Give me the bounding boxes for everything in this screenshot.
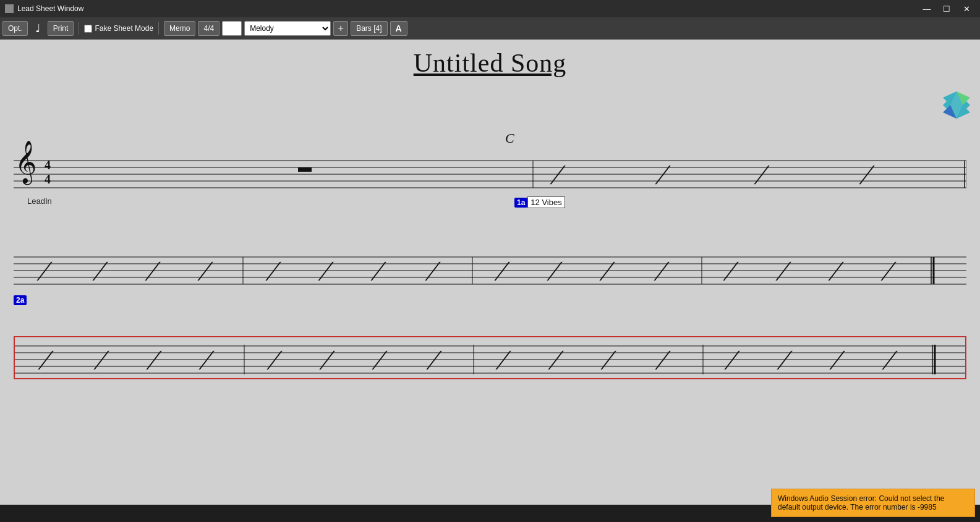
svg-text:╱: ╱ [655, 165, 671, 185]
toolbar-separator-1 [79, 22, 79, 35]
title-bar-title: Lead Sheet Window [17, 4, 83, 13]
title-bar: Lead Sheet Window — ☐ ✕ [0, 0, 980, 17]
staff-svg-row2: ╱ ╱ ╱ ╱ ╱ ╱ ╱ ╱ ╱ ╱ ╱ ╱ ╱ ╱ [14, 248, 966, 292]
svg-text:╱: ╱ [197, 261, 213, 281]
svg-text:╱: ╱ [754, 165, 770, 185]
time-sig-denominator: 4 [45, 172, 51, 187]
staff-row-1-container: 𝄞 4 4 [14, 152, 966, 195]
title-bar-controls: — ☐ ✕ [918, 0, 975, 17]
svg-text:╱: ╱ [495, 350, 511, 370]
font-button[interactable]: A [390, 21, 407, 36]
svg-text:╱: ╱ [775, 261, 791, 281]
leadin-label: LeadIn [27, 196, 52, 206]
svg-text:╱: ╱ [882, 350, 898, 370]
svg-text:╱: ╱ [600, 350, 616, 370]
measures-row-1: ╱ ╱ ╱ ╱ [63, 152, 966, 195]
time-sig-numerator: 4 [45, 158, 51, 172]
chord-symbol-c: C [505, 130, 514, 146]
svg-text:╱: ╱ [859, 165, 875, 185]
logo-icon [940, 89, 973, 121]
svg-text:╱: ╱ [654, 261, 670, 281]
svg-text:╱: ╱ [319, 350, 335, 370]
section-2a-badge[interactable]: 2a [14, 295, 27, 305]
track-select[interactable]: Melody [244, 21, 331, 36]
svg-text:╱: ╱ [723, 261, 739, 281]
section-1a-container: 1a 12 Vibes [514, 196, 565, 208]
error-popup: Windows Audio Session error: Could not s… [771, 489, 975, 517]
toolbar-separator-2 [158, 22, 159, 35]
music-area: C 𝄞 [0, 152, 980, 379]
svg-text:╱: ╱ [547, 261, 563, 281]
main-content: Untitled Song C [0, 40, 980, 522]
svg-text:╱: ╱ [92, 261, 108, 281]
bars-label: Bars [4] [351, 21, 387, 36]
fake-sheet-label: Fake Sheet Mode [84, 24, 153, 33]
time-signature: 4 4 [45, 158, 51, 187]
logo-overlay [940, 89, 973, 121]
toolbar: Opt. ♩ Print Fake Sheet Mode Memo 4/4 0 … [0, 17, 980, 40]
note-icon[interactable]: ♩ [30, 21, 45, 36]
svg-text:╱: ╱ [550, 165, 566, 185]
fake-sheet-text: Fake Sheet Mode [95, 24, 153, 33]
svg-text:╱: ╱ [146, 350, 162, 370]
svg-text:╱: ╱ [777, 350, 793, 370]
svg-text:╱: ╱ [880, 261, 897, 281]
svg-text:╱: ╱ [36, 261, 53, 281]
svg-rect-19 [298, 167, 312, 172]
svg-text:╱: ╱ [494, 261, 510, 281]
minimize-button[interactable]: — [918, 0, 935, 17]
staff-svg-row1: ╱ ╱ ╱ ╱ [63, 152, 966, 195]
section-1a-badge[interactable]: 1a [514, 198, 527, 208]
treble-clef-icon: 𝄞 [15, 143, 36, 180]
svg-text:╱: ╱ [198, 350, 215, 370]
svg-text:╱: ╱ [426, 350, 442, 370]
app-icon [5, 4, 14, 13]
title-bar-left: Lead Sheet Window [5, 4, 83, 13]
maximize-button[interactable]: ☐ [938, 0, 955, 17]
row1-labels: LeadIn 1a 12 Vibes [14, 196, 966, 211]
memo-button[interactable]: Memo [164, 21, 195, 36]
opt-button[interactable]: Opt. [2, 21, 28, 36]
svg-text:╱: ╱ [828, 261, 844, 281]
svg-text:╱: ╱ [425, 261, 441, 281]
svg-text:╱: ╱ [145, 261, 161, 281]
fake-sheet-checkbox[interactable] [84, 25, 92, 33]
svg-text:╱: ╱ [655, 350, 671, 370]
svg-text:╱: ╱ [266, 350, 283, 370]
song-title[interactable]: Untitled Song [0, 40, 980, 78]
row2-labels: 2a [14, 294, 966, 305]
transpose-input[interactable]: 0 [222, 21, 242, 36]
svg-text:╱: ╱ [38, 350, 54, 370]
staff-row-2-container: ╱ ╱ ╱ ╱ ╱ ╱ ╱ ╱ ╱ ╱ ╱ ╱ ╱ ╱ [14, 248, 966, 292]
svg-text:╱: ╱ [372, 350, 388, 370]
staff-row-1: C 𝄞 [14, 152, 966, 211]
svg-text:╱: ╱ [318, 261, 334, 281]
svg-text:╱: ╱ [724, 350, 740, 370]
staff-row-2: ╱ ╱ ╱ ╱ ╱ ╱ ╱ ╱ ╱ ╱ ╱ ╱ ╱ ╱ [14, 248, 966, 305]
print-button[interactable]: Print [48, 21, 74, 36]
svg-text:╱: ╱ [93, 350, 109, 370]
section-1a-text[interactable]: 12 Vibes [527, 196, 565, 208]
time-sig-display: 4/4 [198, 21, 219, 36]
error-message: Windows Audio Session error: Could not s… [778, 494, 944, 511]
close-button[interactable]: ✕ [958, 0, 975, 17]
svg-text:╱: ╱ [265, 261, 281, 281]
svg-text:╱: ╱ [599, 261, 615, 281]
svg-text:╱: ╱ [829, 350, 845, 370]
staff-row-3: ╱ ╱ ╱ ╱ ╱ ╱ ╱ ╱ ╱ ╱ ╱ ╱ ╱ ╱ [14, 336, 966, 379]
staff-svg-row3: ╱ ╱ ╱ ╱ ╱ ╱ ╱ ╱ ╱ ╱ ╱ ╱ ╱ ╱ [15, 337, 965, 381]
svg-text:╱: ╱ [370, 261, 386, 281]
add-track-button[interactable]: + [333, 21, 348, 36]
svg-text:╱: ╱ [548, 350, 564, 370]
clef-area: 𝄞 4 4 [14, 152, 63, 195]
staff-row-3-container: ╱ ╱ ╱ ╱ ╱ ╱ ╱ ╱ ╱ ╱ ╱ ╱ ╱ ╱ [14, 336, 966, 379]
